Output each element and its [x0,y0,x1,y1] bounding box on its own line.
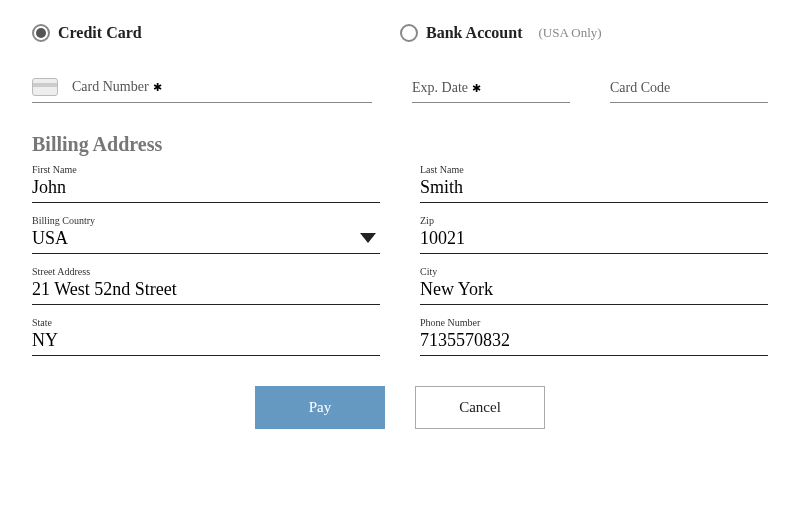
pay-button[interactable]: Pay [255,386,385,429]
exp-date-field[interactable]: Exp. Date✱ [412,72,570,103]
cancel-button[interactable]: Cancel [415,386,545,429]
phone-field[interactable]: Phone Number [420,315,768,356]
exp-date-label: Exp. Date✱ [412,80,481,95]
card-number-label: Card Number✱ [72,79,162,95]
payment-method-row: Credit Card Bank Account (USA Only) [32,24,768,42]
chevron-down-icon [360,233,376,243]
card-number-field[interactable]: Card Number✱ [32,72,372,103]
card-code-label: Card Code [610,80,670,95]
zip-input[interactable] [420,226,768,253]
payment-method-bank-account[interactable]: Bank Account (USA Only) [400,24,602,42]
action-row: Pay Cancel [32,386,768,429]
city-input[interactable] [420,277,768,304]
bank-account-label: Bank Account [426,24,522,42]
city-label: City [420,266,768,277]
last-name-label: Last Name [420,164,768,175]
phone-input[interactable] [420,328,768,355]
billing-country-label: Billing Country [32,215,380,226]
card-entry-row: Card Number✱ Exp. Date✱ Card Code [32,72,768,103]
credit-card-label: Credit Card [58,24,142,42]
street-field[interactable]: Street Address [32,264,380,305]
payment-method-credit-card[interactable]: Credit Card [32,24,400,42]
first-name-input[interactable] [32,175,380,202]
card-code-field[interactable]: Card Code [610,72,768,103]
first-name-label: First Name [32,164,380,175]
zip-label: Zip [420,215,768,226]
first-name-field[interactable]: First Name [32,162,380,203]
street-input[interactable] [32,277,380,304]
state-label: State [32,317,380,328]
last-name-input[interactable] [420,175,768,202]
radio-bank-account[interactable] [400,24,418,42]
billing-country-field[interactable]: Billing Country [32,213,380,254]
street-label: Street Address [32,266,380,277]
credit-card-icon [32,78,58,96]
billing-country-select[interactable] [32,226,380,253]
billing-address-title: Billing Address [32,133,768,156]
zip-field[interactable]: Zip [420,213,768,254]
phone-label: Phone Number [420,317,768,328]
bank-account-sublabel: (USA Only) [538,25,601,41]
state-field[interactable]: State [32,315,380,356]
last-name-field[interactable]: Last Name [420,162,768,203]
radio-credit-card[interactable] [32,24,50,42]
billing-form: First Name Last Name Billing Country Zip… [32,162,768,356]
state-input[interactable] [32,328,380,355]
city-field[interactable]: City [420,264,768,305]
